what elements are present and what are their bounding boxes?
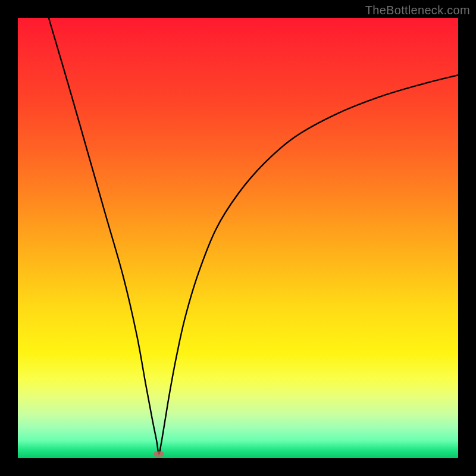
attribution-label: TheBottleneck.com bbox=[365, 4, 470, 17]
minimum-marker bbox=[154, 451, 164, 456]
bottleneck-curve bbox=[18, 18, 458, 458]
plot-area bbox=[18, 18, 458, 458]
chart-frame: TheBottleneck.com bbox=[0, 0, 476, 476]
